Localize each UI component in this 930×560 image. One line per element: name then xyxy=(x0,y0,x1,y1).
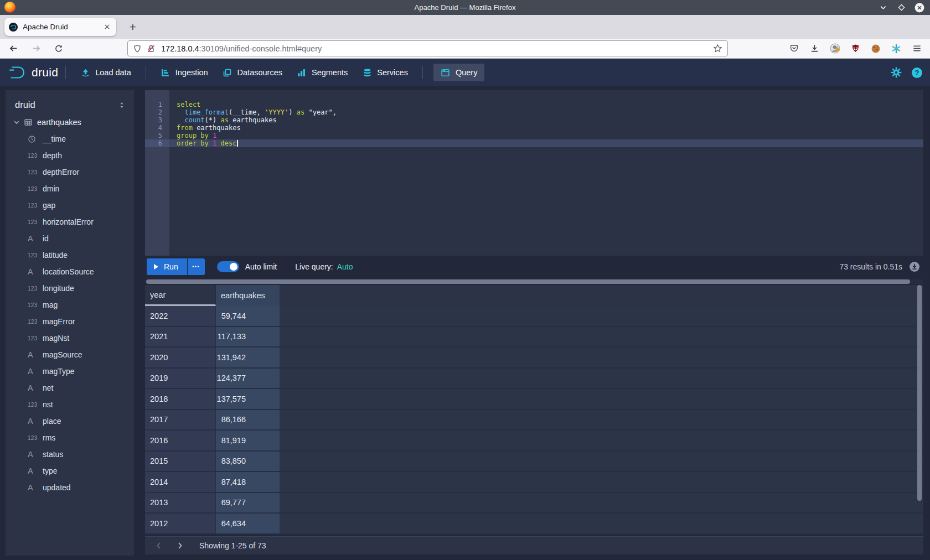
horizontal-scrollbar[interactable] xyxy=(145,279,923,284)
downloads-icon[interactable] xyxy=(809,43,820,54)
cell-earthquakes[interactable]: 124,377 xyxy=(216,369,280,388)
cell-earthquakes[interactable]: 117,133 xyxy=(216,327,280,347)
cell-earthquakes[interactable]: 83,850 xyxy=(216,452,280,471)
forward-icon[interactable] xyxy=(28,41,44,56)
code-line-2[interactable]: 2 time_format(__time, 'YYYY') as "year", xyxy=(145,108,923,116)
nav-item-datasources[interactable]: Datasources xyxy=(223,68,282,77)
sidebar-column-magType[interactable]: AmagType xyxy=(6,363,134,380)
druid-logo-icon[interactable] xyxy=(8,65,28,80)
sidebar-column-gap[interactable]: 123gap xyxy=(6,197,134,214)
live-query-mode-button[interactable]: Auto xyxy=(337,262,353,271)
sql-editor[interactable]: 1select2 time_format(__time, 'YYYY') as … xyxy=(145,90,923,256)
cell-year[interactable]: 2021 xyxy=(145,327,216,347)
nav-item-services[interactable]: Services xyxy=(362,68,408,77)
cell-year[interactable]: 2019 xyxy=(145,369,216,388)
auto-limit-toggle[interactable] xyxy=(217,261,239,272)
sidebar-column-magError[interactable]: 123magError xyxy=(6,313,134,330)
druid-brand[interactable]: druid xyxy=(32,66,58,79)
cell-year[interactable]: 2022 xyxy=(145,306,216,326)
browser-tab[interactable]: Apache Druid xyxy=(4,18,116,36)
cell-earthquakes[interactable]: 131,942 xyxy=(216,348,280,367)
run-more-button[interactable]: ••• xyxy=(188,258,205,275)
sidebar-column-updated[interactable]: Aupdated xyxy=(6,479,134,496)
back-icon[interactable] xyxy=(6,41,21,56)
new-tab-button[interactable]: + xyxy=(125,19,141,35)
cell-year[interactable]: 2012 xyxy=(145,514,216,533)
reload-icon[interactable] xyxy=(51,41,66,56)
chevron-down-icon[interactable] xyxy=(12,118,21,127)
sidebar-column-magNst[interactable]: 123magNst xyxy=(6,330,134,346)
nav-item-segments[interactable]: Segments xyxy=(297,68,348,77)
cell-earthquakes[interactable]: 64,634 xyxy=(216,514,280,533)
sidebar-column-type[interactable]: Atype xyxy=(6,463,134,479)
schema-name[interactable]: druid xyxy=(15,100,118,110)
pocket-icon[interactable] xyxy=(788,43,799,54)
tracking-shield-icon[interactable] xyxy=(133,44,142,53)
sidebar-column-__time[interactable]: __time xyxy=(6,131,134,147)
prev-page-icon[interactable] xyxy=(154,541,163,550)
sidebar-column-nst[interactable]: 123nst xyxy=(6,396,134,413)
ublock-icon[interactable] xyxy=(850,43,861,54)
column-header-year[interactable]: year xyxy=(145,285,216,306)
pinwheel-extension-icon[interactable] xyxy=(891,43,902,54)
sidebar-column-status[interactable]: Astatus xyxy=(6,446,134,463)
cell-year[interactable]: 2016 xyxy=(145,431,216,450)
line-number: 4 xyxy=(145,124,169,132)
cell-year[interactable]: 2014 xyxy=(145,472,216,492)
download-results-icon[interactable] xyxy=(909,261,920,272)
druid-navbar: druid Load dataIngestionDatasourcesSegme… xyxy=(0,59,930,86)
cell-earthquakes[interactable]: 81,919 xyxy=(216,431,280,450)
minimize-icon[interactable] xyxy=(878,3,888,13)
sidebar-column-depth[interactable]: 123depth xyxy=(6,147,134,164)
cell-earthquakes[interactable]: 69,777 xyxy=(216,493,280,513)
settings-gear-icon[interactable] xyxy=(891,67,902,78)
sidebar-column-longitude[interactable]: 123longitude xyxy=(6,280,134,297)
nav-item-query[interactable]: Query xyxy=(433,64,485,81)
sidebar-column-depthError[interactable]: 123depthError xyxy=(6,164,134,180)
double-caret-icon[interactable] xyxy=(118,101,126,109)
code-line-1[interactable]: 1select xyxy=(145,101,923,108)
bookmark-star-icon[interactable] xyxy=(713,44,722,53)
sidebar-column-magSource[interactable]: AmagSource xyxy=(6,346,134,363)
sidebar-table-earthquakes[interactable]: earthquakes xyxy=(6,114,134,131)
sidebar-column-dmin[interactable]: 123dmin xyxy=(6,180,134,197)
cell-year[interactable]: 2020 xyxy=(145,348,216,367)
insecure-lock-icon[interactable] xyxy=(147,44,156,53)
nav-item-ingestion[interactable]: Ingestion xyxy=(161,68,208,77)
nav-item-load-data[interactable]: Load data xyxy=(80,68,131,77)
cookie-icon[interactable] xyxy=(870,43,881,54)
next-page-icon[interactable] xyxy=(175,541,184,550)
cell-year[interactable]: 2017 xyxy=(145,410,216,430)
string-type-icon: A xyxy=(28,383,43,392)
close-window-icon[interactable] xyxy=(914,3,924,13)
run-button[interactable]: Run xyxy=(147,258,187,275)
vertical-scrollbar[interactable] xyxy=(917,285,922,501)
ingestion-icon xyxy=(161,68,170,77)
sidebar-column-net[interactable]: Anet xyxy=(6,380,134,396)
sidebar-column-place[interactable]: Aplace xyxy=(6,413,134,429)
sidebar-column-rms[interactable]: 123rms xyxy=(6,429,134,446)
column-header-earthquakes[interactable]: earthquakes xyxy=(216,285,280,306)
code-line-4[interactable]: 4from earthquakes xyxy=(145,124,923,132)
code-line-6[interactable]: 6order by 1 desc xyxy=(145,139,923,147)
menu-hamburger-icon[interactable] xyxy=(911,43,922,54)
cell-year[interactable]: 2018 xyxy=(145,389,216,409)
help-icon[interactable]: ? xyxy=(912,68,922,78)
cell-year[interactable]: 2015 xyxy=(145,452,216,471)
tab-close-icon[interactable] xyxy=(102,22,112,32)
cell-earthquakes[interactable]: 86,166 xyxy=(216,410,280,430)
cell-earthquakes[interactable]: 137,575 xyxy=(216,389,280,409)
account-extension-icon[interactable] xyxy=(829,43,840,54)
sidebar-column-mag[interactable]: 123mag xyxy=(6,297,134,313)
sidebar-column-latitude[interactable]: 123latitude xyxy=(6,247,134,263)
cell-year[interactable]: 2013 xyxy=(145,493,216,513)
sidebar-column-locationSource[interactable]: AlocationSource xyxy=(6,263,134,280)
code-line-3[interactable]: 3 count(*) as earthquakes xyxy=(145,116,923,124)
cell-earthquakes[interactable]: 87,418 xyxy=(216,472,280,492)
sidebar-column-horizontalError[interactable]: 123horizontalError xyxy=(6,214,134,230)
cell-earthquakes[interactable]: 59,744 xyxy=(216,306,280,326)
sidebar-column-id[interactable]: Aid xyxy=(6,230,134,247)
maximize-icon[interactable] xyxy=(896,3,906,13)
url-input[interactable]: 172.18.0.4 :30109/unified-console.html#q… xyxy=(127,40,728,56)
code-line-5[interactable]: 5group by 1 xyxy=(145,132,923,139)
